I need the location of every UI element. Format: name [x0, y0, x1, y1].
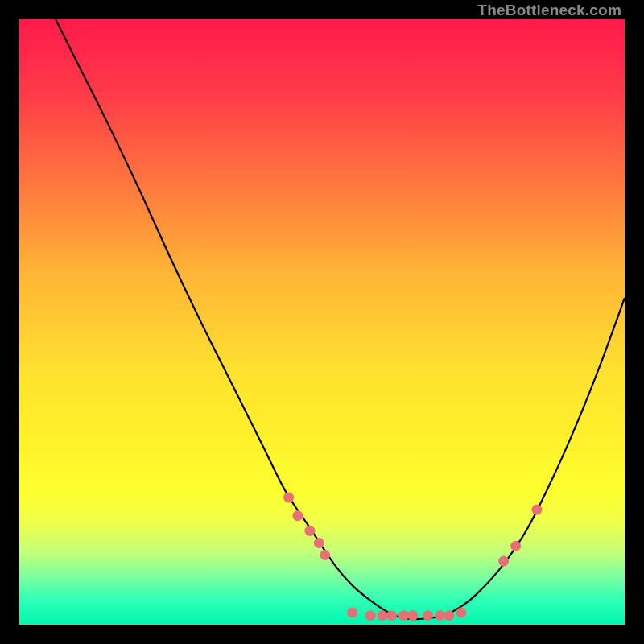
watermark-text: TheBottleneck.com: [477, 2, 621, 19]
data-marker: [386, 610, 397, 621]
data-marker: [320, 550, 330, 560]
bottleneck-curve: [56, 19, 625, 619]
data-marker: [407, 610, 418, 621]
data-marker: [347, 607, 357, 617]
data-marker: [314, 538, 324, 548]
data-marker: [283, 493, 294, 503]
data-marker: [365, 610, 376, 621]
curve-plot: [19, 19, 625, 625]
data-marker: [498, 556, 509, 567]
data-marker: [292, 510, 303, 521]
data-marker: [398, 610, 409, 621]
data-marker: [531, 505, 542, 515]
data-marker: [304, 526, 315, 536]
data-marker: [378, 610, 388, 621]
data-marker: [444, 610, 454, 621]
data-marker: [435, 610, 445, 621]
data-marker: [510, 541, 521, 551]
data-marker: [456, 607, 466, 617]
curve-markers: [283, 493, 542, 621]
data-marker: [423, 610, 433, 621]
